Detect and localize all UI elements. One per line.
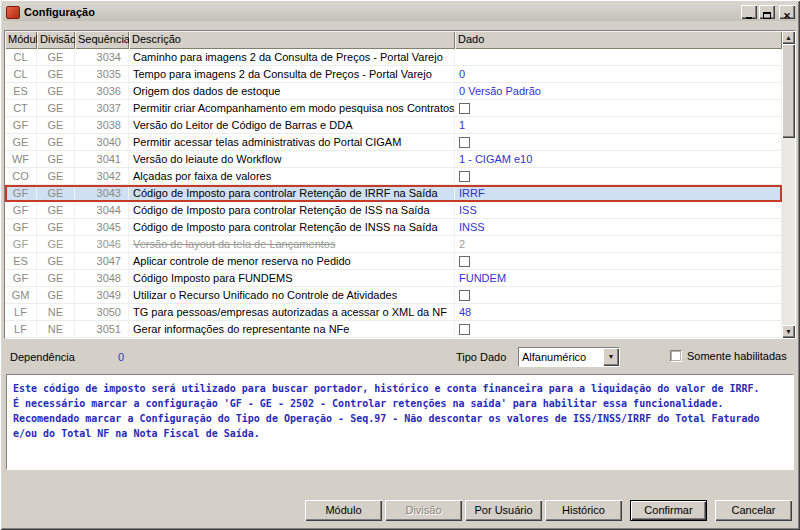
- cell-modulo: CO: [5, 168, 37, 184]
- table-row[interactable]: LFNE3050TG para pessoas/empresas autoriz…: [5, 304, 782, 321]
- table-row[interactable]: COGE3042Alçadas por faixa de valores: [5, 168, 782, 185]
- cell-sequencia: 3048: [75, 270, 129, 286]
- minimize-icon: [746, 17, 752, 19]
- cell-dado: [455, 49, 782, 65]
- cell-sequencia: 3049: [75, 287, 129, 303]
- scroll-down-icon[interactable]: ▼: [782, 325, 795, 338]
- cell-descricao: Código de Imposto para controlar Retençã…: [129, 202, 455, 218]
- table-row[interactable]: GMGE3049Utilizar o Recurso Unificado no …: [5, 287, 782, 304]
- cell-descricao: Utilizar o Recurso Unificado no Controle…: [129, 287, 455, 303]
- historico-button[interactable]: Histórico: [545, 500, 622, 521]
- cell-divisao: GE: [37, 66, 75, 82]
- cell-divisao: NE: [37, 304, 75, 320]
- cell-descricao: Tempo para imagens 2 da Consulta de Preç…: [129, 66, 455, 82]
- cell-dado: 1 - CIGAM e10: [455, 151, 782, 167]
- table-row[interactable]: ESGE3047Aplicar controle de menor reserv…: [5, 253, 782, 270]
- table-row[interactable]: GFGE3038Versão do Leitor de Código de Ba…: [5, 117, 782, 134]
- row-checkbox[interactable]: [459, 290, 470, 301]
- close-icon: ✕: [783, 11, 791, 21]
- table-row[interactable]: GFGE3046Versão de layout da tela de Lanç…: [5, 236, 782, 253]
- cell-modulo: WF: [5, 151, 37, 167]
- table-row[interactable]: CLGE3035Tempo para imagens 2 da Consulta…: [5, 66, 782, 83]
- table-row[interactable]: WFGE3041Versão do leiaute do Workflow1 -…: [5, 151, 782, 168]
- cell-sequencia: 3036: [75, 83, 129, 99]
- scrollbar-thumb[interactable]: [782, 44, 795, 138]
- row-checkbox[interactable]: [459, 171, 470, 182]
- cell-sequencia: 3045: [75, 219, 129, 235]
- cell-modulo: GF: [5, 236, 37, 252]
- minimize-button[interactable]: [741, 5, 757, 19]
- cancelar-button[interactable]: Cancelar: [715, 500, 792, 521]
- cell-modulo: LF: [5, 304, 37, 320]
- cell-sequencia: 3043: [75, 185, 129, 201]
- cell-dado: 2: [455, 236, 782, 252]
- cell-modulo: GF: [5, 185, 37, 201]
- scroll-up-icon[interactable]: ▲: [782, 31, 795, 44]
- cell-dado: IRRF: [455, 185, 782, 201]
- col-header-sequencia[interactable]: Sequência: [75, 31, 129, 49]
- table-row[interactable]: CLGE3034Caminho para imagens 2 da Consul…: [5, 49, 782, 66]
- help-line: Este código de imposto será utilizado pa…: [13, 381, 787, 396]
- row-checkbox[interactable]: [459, 103, 470, 114]
- col-header-modulo[interactable]: Módulo: [5, 31, 37, 49]
- titlebar[interactable]: Configuração ✕: [3, 3, 797, 21]
- dependencia-label: Dependência: [10, 351, 75, 363]
- cell-dado: [455, 134, 782, 150]
- row-checkbox[interactable]: [459, 324, 470, 335]
- somente-habilitadas-checkbox[interactable]: [670, 350, 682, 362]
- table-row[interactable]: ESGE3036Origem dos dados de estoque0 Ver…: [5, 83, 782, 100]
- config-grid: Módulo Divisão Sequência Descrição Dado …: [4, 30, 796, 339]
- cell-descricao: Código Imposto para FUNDEMS: [129, 270, 455, 286]
- cell-divisao: GE: [37, 185, 75, 201]
- table-row[interactable]: CTGE3037Permitir criar Acompanhamento em…: [5, 100, 782, 117]
- cell-sequencia: 3042: [75, 168, 129, 184]
- cell-dado: ISS: [455, 202, 782, 218]
- cell-modulo: GF: [5, 117, 37, 133]
- cell-sequencia: 3044: [75, 202, 129, 218]
- row-checkbox[interactable]: [459, 137, 470, 148]
- config-help-text: Este código de imposto será utilizado pa…: [6, 374, 794, 470]
- close-button[interactable]: ✕: [779, 5, 795, 19]
- cell-descricao: Aplicar controle de menor reserva no Ped…: [129, 253, 455, 269]
- chevron-down-icon[interactable]: ▼: [603, 348, 619, 366]
- table-row[interactable]: GFGE3044Código de Imposto para controlar…: [5, 202, 782, 219]
- grid-header: Módulo Divisão Sequência Descrição Dado: [5, 31, 782, 49]
- maximize-button[interactable]: [759, 5, 775, 19]
- cell-sequencia: 3034: [75, 49, 129, 65]
- help-line: Recomendado marcar a Configuração do Tip…: [13, 411, 787, 426]
- row-checkbox[interactable]: [459, 256, 470, 267]
- tipo-dado-dropdown[interactable]: Alfanumérico ▼: [518, 347, 620, 367]
- vertical-scrollbar[interactable]: ▲ ▼: [782, 31, 795, 338]
- cell-dado: 0: [455, 66, 782, 82]
- col-header-dado[interactable]: Dado: [455, 31, 782, 49]
- grid-main: Módulo Divisão Sequência Descrição Dado …: [5, 31, 782, 338]
- col-header-divisao[interactable]: Divisão: [37, 31, 75, 49]
- cell-dado: 1: [455, 117, 782, 133]
- table-row[interactable]: GFGE3045Código de Imposto para controlar…: [5, 219, 782, 236]
- cell-divisao: GE: [37, 83, 75, 99]
- cell-modulo: CL: [5, 49, 37, 65]
- cell-divisao: GE: [37, 236, 75, 252]
- table-row[interactable]: GFGE3048Código Imposto para FUNDEMSFUNDE…: [5, 270, 782, 287]
- table-row[interactable]: GEGE3040Permitir acessar telas administr…: [5, 134, 782, 151]
- dependencia-value: 0: [118, 351, 124, 363]
- table-row[interactable]: GFGE3043Código de Imposto para controlar…: [5, 185, 782, 202]
- cell-modulo: CT: [5, 100, 37, 116]
- cell-descricao: Versão de layout da tela de Lançamentos: [129, 236, 455, 252]
- table-row[interactable]: LFNE3051Gerar informações do representan…: [5, 321, 782, 338]
- button-bar: Módulo Divisão Por Usuário Histórico Con…: [305, 500, 792, 521]
- cell-descricao: Caminho para imagens 2 da Consulta de Pr…: [129, 49, 455, 65]
- confirmar-button[interactable]: Confirmar: [630, 500, 707, 521]
- tipo-dado-value: Alfanumérico: [519, 348, 603, 366]
- modulo-button[interactable]: Módulo: [305, 500, 382, 521]
- somente-habilitadas-option[interactable]: Somente habilitadas: [670, 350, 787, 362]
- cell-modulo: LF: [5, 321, 37, 337]
- cell-divisao: GE: [37, 100, 75, 116]
- window-title: Configuração: [24, 6, 95, 18]
- col-header-descricao[interactable]: Descrição: [129, 31, 455, 49]
- cell-divisao: GE: [37, 202, 75, 218]
- cell-modulo: GE: [5, 134, 37, 150]
- cell-divisao: GE: [37, 134, 75, 150]
- por-usuario-button[interactable]: Por Usuário: [465, 500, 542, 521]
- cell-descricao: Código de Imposto para controlar Retençã…: [129, 185, 455, 201]
